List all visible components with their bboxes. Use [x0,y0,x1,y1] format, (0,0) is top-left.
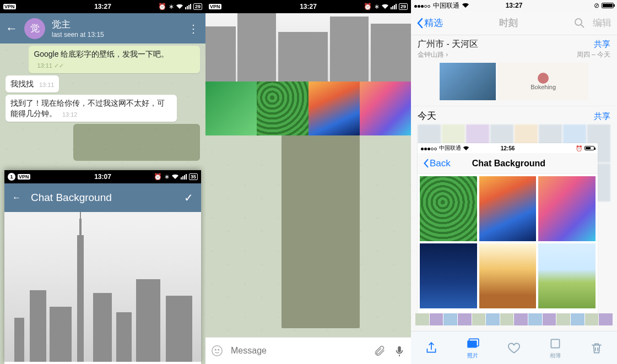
screenshot-ios-photos: 中国联通 13:27 ⊘ 精选 时刻 编辑 广州市 - 天河区 共享 金钟山路 … [411,0,617,364]
wallpaper-option[interactable] [420,243,477,308]
moments-date: 周四 – 今天 [577,50,610,59]
message-input[interactable] [231,346,366,356]
wallpaper-option[interactable] [420,176,477,241]
confirm-icon[interactable]: ✓ [184,191,193,204]
status-time: 13:27 [0,3,205,10]
edit-label[interactable]: 编辑 [593,17,611,29]
share-link[interactable]: 共享 [594,39,610,50]
share-button[interactable] [424,341,439,355]
screenshot-chat: VPN 13:27 ⏰ ∗ 29 ← 觉 觉主 last seen at 13:… [0,0,205,364]
sent-image[interactable] [205,13,411,82]
image-thumb[interactable] [360,82,411,135]
compose-bar [205,337,411,364]
message-in[interactable]: 找到了！现在给你传，不过我这网不太好，可能得几分钟。 13:12 [6,95,177,122]
photos-icon [466,336,480,351]
avatar-icon [538,73,549,84]
nav-back-label: 精选 [424,17,443,29]
back-icon[interactable]: ← [6,21,18,36]
back-icon[interactable]: ← [12,193,21,203]
battery-icon [584,146,594,150]
image-thumb[interactable] [308,82,360,135]
ios-chat-background-screen: 中国联通 12:56 ⏰ Back Chat Background [418,143,598,322]
svg-point-0 [212,346,222,356]
attach-icon[interactable] [374,345,386,357]
status-time: 13:27 [411,2,617,9]
chevron-left-icon [416,18,423,29]
message-time: 13:11 [39,81,55,89]
chat-background-screen: 1 VPN 13:07 ⏰ ∗ 35 ← Chat Background ✓ [4,170,201,364]
wallpaper-option[interactable] [538,176,596,241]
ios-status-bar: 中国联通 12:56 ⏰ [418,143,598,153]
share-link[interactable]: 共享 [594,111,610,122]
today-title[interactable]: 今天 [418,110,436,122]
status-time: 13:27 [205,3,411,10]
more-icon[interactable]: ⋮ [188,22,200,35]
image-thumb[interactable] [257,82,308,135]
moments-thumbnail[interactable]: Bokehing [440,63,588,100]
favorite-button[interactable] [507,341,521,355]
svg-point-1 [215,349,216,350]
wallpaper-option[interactable] [479,176,537,241]
emoji-icon[interactable] [211,345,223,357]
wallpaper-grid [418,174,598,311]
screen-header: ← Chat Background ✓ [4,183,201,212]
bottom-toolbar: 照片 相簿 [411,331,617,364]
android-status-bar: 1 VPN 13:07 ⏰ ∗ 35 [4,170,201,183]
film-strip[interactable] [415,313,613,325]
battery-icon [602,3,614,8]
message-time: 13:12 [62,111,78,119]
today-section-header: 今天 共享 [411,106,617,124]
message-text: 找到了！现在给你传，不过我这网不太好，可能得几分钟。 [10,99,165,118]
message-text: Google 给底彩字的壁纸，发我一下吧。 [34,50,169,58]
mic-icon[interactable] [393,345,405,357]
android-status-bar: VPN 13:27 ⏰ ∗ 29 [0,0,205,13]
tab-albums[interactable]: 相簿 [548,336,562,360]
message-out[interactable]: Google 给底彩字的壁纸，发我一下吧。 13:11 ✓✓ [29,46,200,73]
tab-photos[interactable]: 照片 [466,336,480,360]
avatar[interactable]: 觉 [24,18,45,39]
screen-title: Chat Background [451,159,567,169]
screen-title: Chat Background [31,192,174,204]
last-seen: last seen at 13:15 [52,31,181,39]
message-text: 我找找 [10,79,34,88]
nav-back[interactable]: Back [423,158,451,169]
moments-section: 广州市 - 天河区 共享 金钟山路 › 周四 – 今天 Bokehing [411,35,617,106]
card-label: Bokehing [531,84,556,90]
wallpaper-option[interactable] [538,243,596,308]
message-in[interactable]: 我找找 13:11 [6,75,59,93]
image-upload-placeholder[interactable] [282,135,360,328]
svg-rect-7 [551,339,559,347]
image-upload-placeholder[interactable] [73,124,200,161]
svg-point-4 [575,19,582,25]
svg-point-2 [218,349,219,350]
nav-bar: 精选 时刻 编辑 [411,11,617,35]
search-icon[interactable] [574,18,585,29]
wallpaper-option[interactable] [479,243,537,308]
nav-bar: Back Chat Background [418,153,598,174]
chat-title-block[interactable]: 觉主 last seen at 13:15 [52,18,181,39]
chat-header: ← 觉 觉主 last seen at 13:15 ⋮ [0,13,205,44]
nav-title-blur: 时刻 [443,17,574,29]
read-check-icon: ✓✓ [54,62,64,69]
moments-subtitle: 金钟山路 › [418,50,448,59]
tab-label: 照片 [467,352,478,360]
contact-name: 觉主 [52,18,181,31]
nav-back-label: Back [430,158,451,169]
heart-icon [507,341,521,355]
share-icon [424,341,439,355]
wallpaper-preview[interactable] [4,212,201,362]
screenshot-attachments: VPN 13:27 ⏰ ∗ 29 [205,0,411,364]
delete-button[interactable] [589,341,604,355]
chevron-left-icon [423,159,429,168]
nav-back[interactable]: 精选 [416,17,443,29]
image-thumb[interactable] [205,82,257,135]
albums-icon [548,336,562,351]
moments-title[interactable]: 广州市 - 天河区 [418,39,478,50]
status-time: 13:07 [4,173,201,181]
tab-label: 相簿 [550,352,561,360]
trash-icon [589,341,604,355]
svg-rect-3 [398,346,401,352]
message-time: 13:11 [37,62,52,69]
status-time: 12:56 [418,145,598,151]
ios-status-bar: 中国联通 13:27 ⊘ [411,0,617,11]
